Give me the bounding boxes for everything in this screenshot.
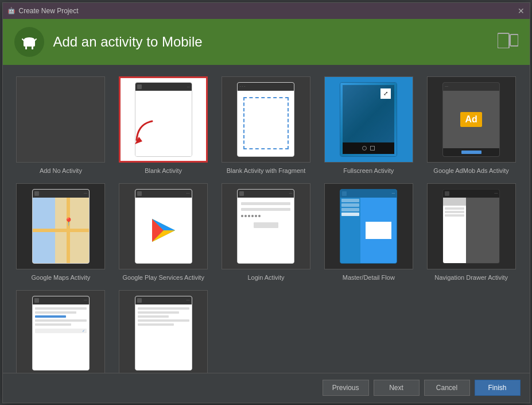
detail-panel [360,198,397,263]
activity-item-no-activity[interactable]: Add No Activity [12,74,110,176]
cancel-button[interactable]: Cancel [424,380,470,396]
svg-rect-2 [25,47,27,49]
blank-activity-label: Blank Activity [145,167,182,174]
master-detail-label: Master/Detail Flow [343,274,395,281]
dialog-title: Create New Project [19,7,79,15]
next-button[interactable]: Next [374,380,420,396]
svg-rect-3 [32,47,33,49]
dialog: 🤖 Create New Project ✕ Add an activity t… [2,2,530,403]
app-icon: 🤖 [7,7,15,14]
footer: Previous Next Cancel Finish [3,373,530,403]
expand-icon: ⤢ [380,88,391,99]
activity-item-admob[interactable]: ··· Ad Google AdMob Ads Activity [422,74,521,176]
blank-fragment-thumb: · · · [222,76,310,163]
admob-phone-body: Ad [443,91,499,148]
title-bar-content: 🤖 Create New Project [7,7,79,15]
master-status: ··· [340,190,397,198]
nav-drawer-thumb: ··· [427,183,516,269]
settings-status: ··· [135,296,192,304]
nav-drawer-label: Navigation Drawer Activity [434,274,508,281]
settings-thumb: ··· [119,290,208,373]
header: Add an activity to Mobile [3,19,530,65]
title-bar: 🤖 Create New Project ✕ [3,3,530,19]
blank-phone-body [135,91,192,156]
login-label: Login Activity [247,274,284,281]
master-panel [340,198,360,263]
header-title: Add an activity to Mobile [53,34,488,50]
scrolling-body: ✓ [33,304,89,370]
admob-label: Google AdMob Ads Activity [433,167,508,174]
fullscreen-label: Fullscreen Activity [343,167,394,174]
play-thumb: ··· [119,183,208,269]
play-status: ··· [135,190,192,198]
login-phone-body [238,198,294,263]
master-detail-body [340,198,397,263]
login-status: ··· [238,190,294,198]
map-road-horizontal [33,229,89,232]
login-thumb: ··· [222,183,310,269]
fullscreen-body: ⤢ [340,83,397,156]
close-button[interactable]: ✕ [517,7,525,15]
maps-phone-body: 📍 [33,198,89,263]
detail-card [366,222,391,239]
blank-fragment-label: Blank Activity with Fragment [227,167,306,174]
activity-item-master-detail[interactable]: ··· [320,181,418,283]
no-activity-thumb [16,76,105,163]
phone-status-bar: ··· [135,83,192,91]
android-icon [20,33,38,51]
admob-thumb: ··· Ad [427,76,516,163]
maps-status: ··· [33,190,89,198]
map-road-vertical [67,198,70,263]
maps-label: Google Maps Activity [32,274,91,281]
activity-item-login[interactable]: ··· [217,181,315,283]
fullscreen-thumb: ⤢ [324,76,413,163]
admob-status: ··· [443,83,499,91]
nav-status: ··· [443,190,499,198]
no-activity-label: Add No Activity [40,167,82,174]
tablet-icon [498,32,518,52]
activity-item-nav-drawer[interactable]: ··· Navigation Drawe [422,181,521,283]
nav-side-panel [443,198,466,263]
ad-badge: Ad [460,112,481,127]
activity-item-fullscreen[interactable]: ⤢ Fullscreen Activity [320,74,418,176]
finish-button[interactable]: Finish [475,380,521,396]
map-pin: 📍 [64,217,73,226]
previous-button[interactable]: Previous [323,380,369,396]
blank-thumb: ··· [119,76,208,163]
fragment-phone-body [238,91,294,156]
svg-rect-6 [498,33,509,48]
activity-item-blank-fragment[interactable]: · · · Blank Activity with Fragment [217,74,315,176]
scrolling-thumb: ··· ✓ [16,290,105,373]
activity-item-maps[interactable]: ··· 📍 Google Maps Activity [12,181,110,283]
play-logo-svg [149,216,178,245]
activity-item-scrolling[interactable]: ··· ✓ Scroll [12,288,110,373]
fragment-status-bar: · · · [238,83,294,91]
activity-item-settings[interactable]: ··· Settings Activity [114,288,212,373]
device-icon [498,32,518,48]
activity-item-blank[interactable]: ··· Blank Activity [114,74,212,176]
nav-main-content [466,198,499,263]
master-detail-thumb: ··· [324,183,413,269]
activity-grid: Add No Activity ··· [12,74,521,373]
play-phone-body [135,198,192,263]
activity-grid-container: Add No Activity ··· [3,65,530,373]
activity-item-play[interactable]: ··· Google Play Services Activity [114,181,212,283]
scrolling-status: ··· [33,296,89,304]
nav-drawer-body [443,198,499,263]
android-logo [14,27,44,57]
maps-thumb: ··· 📍 [16,183,105,269]
svg-rect-7 [510,34,518,46]
play-label: Google Play Services Activity [122,274,204,281]
settings-body [135,304,192,370]
